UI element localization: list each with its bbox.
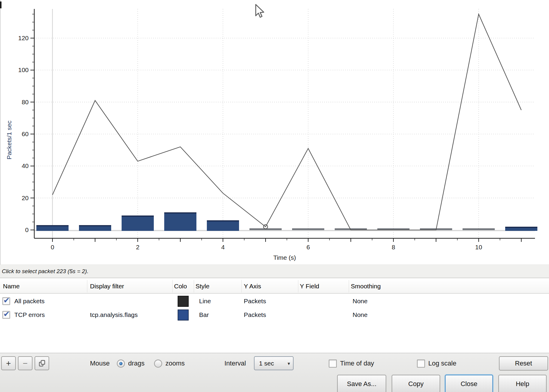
cell-name: TCP errors [14, 308, 45, 322]
svg-text:100: 100 [18, 66, 29, 73]
mouse-drags-radio[interactable] [117, 360, 125, 368]
svg-text:10: 10 [475, 244, 482, 251]
svg-text:2: 2 [136, 244, 139, 251]
io-graph-plot[interactable]: 0204060801001200246810Time (s)Packets/1 … [0, 0, 549, 265]
cell-style: Bar [199, 308, 209, 322]
svg-text:0: 0 [51, 244, 54, 251]
table-row-all-packets[interactable]: ✔ All packets Line Packets None [0, 294, 549, 308]
color-swatch-bar[interactable] [178, 309, 189, 321]
time-of-day-label[interactable]: Time of day [340, 356, 374, 370]
mouse-drags-label[interactable]: drags [128, 356, 145, 370]
svg-text:Time (s): Time (s) [273, 254, 296, 261]
hover-status-bar: Click to select packet 223 (5s = 2). [0, 265, 549, 278]
cell-yaxis: Packets [244, 294, 266, 308]
svg-text:120: 120 [18, 35, 29, 41]
col-header-filter[interactable]: Display filter [90, 279, 171, 294]
svg-text:60: 60 [22, 130, 29, 137]
add-graph-button[interactable]: + [1, 356, 16, 370]
col-header-style[interactable]: Style [196, 279, 240, 294]
graphs-table-header: Name Display filter Colo Style Y Axis Y … [0, 279, 549, 294]
svg-text:20: 20 [22, 195, 29, 201]
col-header-color[interactable]: Colo [174, 279, 193, 294]
help-button[interactable]: Help [498, 375, 547, 392]
col-header-name[interactable]: Name [3, 279, 86, 294]
window-edge-artifact [0, 1, 1, 8]
reset-button[interactable]: Reset [499, 356, 548, 371]
close-button[interactable]: Close [445, 375, 493, 392]
checkmark-icon: ✔ [3, 296, 10, 305]
svg-text:40: 40 [22, 162, 29, 169]
svg-text:Packets/1 sec: Packets/1 sec [6, 121, 13, 160]
svg-text:80: 80 [22, 99, 29, 105]
cell-yaxis: Packets [244, 308, 266, 322]
log-scale-checkbox[interactable] [417, 360, 425, 368]
svg-text:4: 4 [221, 244, 225, 251]
cell-name: All packets [14, 294, 45, 308]
cell-style: Line [199, 294, 211, 308]
graphs-table: Name Display filter Colo Style Y Axis Y … [0, 279, 549, 353]
io-graph-chart-area: 0204060801001200246810Time (s)Packets/1 … [0, 0, 549, 265]
col-header-yaxis[interactable]: Y Axis [244, 279, 296, 294]
mouse-zooms-label[interactable]: zooms [165, 356, 185, 370]
cell-filter: tcp.analysis.flags [90, 308, 138, 322]
svg-text:0: 0 [25, 226, 29, 233]
remove-graph-button[interactable]: − [18, 356, 32, 370]
mouse-cursor-icon [254, 4, 267, 19]
time-of-day-checkbox[interactable] [329, 360, 337, 368]
controls-panel: + − Mouse drags zooms Interval 1 sec ▾ T… [0, 353, 549, 392]
checkmark-icon: ✔ [3, 309, 10, 319]
mouse-label: Mouse [90, 356, 110, 370]
io-graph-dialog: 0204060801001200246810Time (s)Packets/1 … [0, 0, 549, 392]
col-header-smoothing[interactable]: Smoothing [351, 279, 440, 294]
row-enabled-checkbox[interactable]: ✔ [2, 311, 10, 319]
interval-select[interactable]: 1 sec ▾ [254, 356, 294, 370]
cell-smoothing: None [353, 308, 367, 322]
color-swatch-line[interactable] [178, 296, 189, 307]
table-row-tcp-errors[interactable]: ✔ TCP errors tcp.analysis.flags Bar Pack… [0, 308, 549, 322]
window-edge [0, 0, 1, 265]
col-header-yfield[interactable]: Y Field [300, 279, 348, 294]
hover-status-text: Click to select packet 223 (5s = 2). [0, 268, 89, 275]
row-enabled-checkbox[interactable]: ✔ [2, 297, 10, 305]
duplicate-icon [39, 360, 45, 367]
interval-value: 1 sec [259, 357, 274, 370]
cell-smoothing: None [353, 294, 367, 308]
svg-text:6: 6 [306, 244, 310, 251]
log-scale-label[interactable]: Log scale [428, 356, 456, 370]
chevron-down-icon: ▾ [288, 361, 290, 366]
svg-text:8: 8 [392, 244, 395, 251]
copy-button[interactable]: Copy [392, 375, 440, 392]
save-as-button[interactable]: Save As... [337, 375, 386, 392]
duplicate-graph-button[interactable] [35, 356, 49, 370]
mouse-zooms-radio[interactable] [154, 360, 162, 368]
interval-label: Interval [224, 356, 246, 370]
